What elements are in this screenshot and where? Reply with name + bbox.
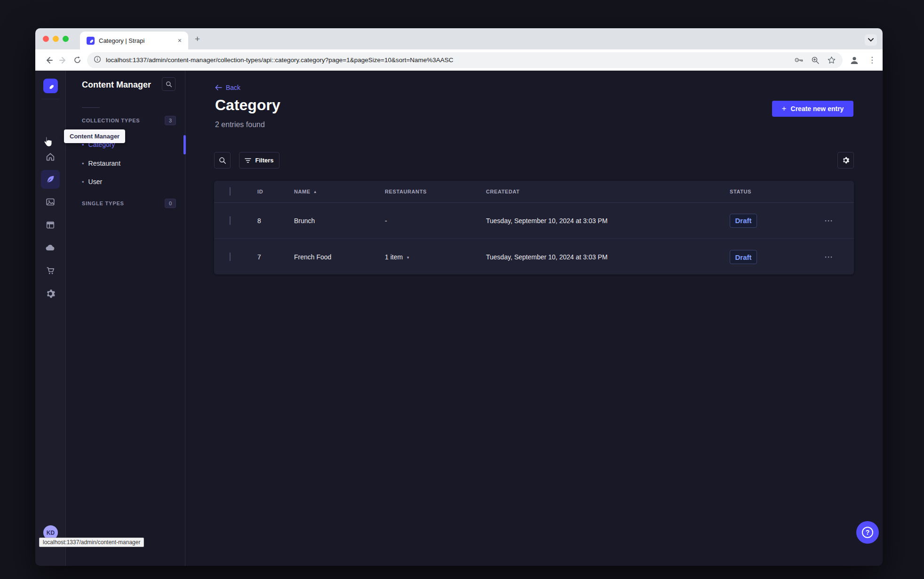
table-header-row: ID NAME▲ RESTAURANTS CREATEDAT STATUS — [214, 181, 854, 203]
url-bar[interactable]: localhost:1337/admin/content-manager/col… — [87, 52, 843, 68]
status-badge: Draft — [730, 250, 757, 264]
subnav-divider — [82, 107, 100, 108]
arrow-left-icon — [215, 85, 222, 90]
row-actions-menu[interactable]: ⋯ — [824, 252, 833, 262]
media-library-icon[interactable] — [41, 193, 60, 211]
bullet-icon: • — [82, 160, 84, 167]
cell-createdat: Tuesday, September 10, 2024 at 3:03 PM — [486, 253, 607, 261]
mouse-cursor — [43, 136, 53, 149]
content-manager-tooltip: Content Manager — [64, 129, 125, 143]
tooltip-label: Content Manager — [70, 133, 119, 140]
browser-tab-strip: Category | Strapi × + — [35, 28, 883, 49]
row-checkbox[interactable] — [230, 216, 231, 225]
caret-down-icon: ▼ — [406, 256, 410, 260]
strapi-logo[interactable] — [43, 79, 58, 93]
minimize-window-button[interactable] — [53, 36, 59, 42]
browser-tab[interactable]: Category | Strapi × — [80, 32, 188, 49]
close-window-button[interactable] — [43, 36, 49, 42]
subnav-title: Content Manager — [82, 80, 151, 90]
row-actions-menu[interactable]: ⋯ — [824, 216, 833, 226]
subnav-scrollbar-thumb[interactable] — [183, 135, 186, 154]
subnav-search-button[interactable] — [162, 77, 175, 91]
settings-gear-icon[interactable] — [41, 284, 60, 303]
entries-count: 2 entries found — [215, 121, 265, 129]
reload-icon[interactable] — [70, 53, 84, 67]
maximize-window-button[interactable] — [63, 36, 69, 42]
content-type-builder-icon[interactable] — [41, 216, 60, 234]
link-preview-status-bar: localhost:1337/admin/content-manager — [39, 538, 144, 547]
subnav-item-restaurant[interactable]: • Restaurant — [66, 154, 185, 173]
tab-search-button[interactable] — [865, 34, 877, 46]
cell-id: 7 — [257, 253, 261, 261]
header-restaurants[interactable]: RESTAURANTS — [385, 189, 427, 194]
single-types-count-badge: 0 — [165, 199, 176, 208]
content-manager-icon[interactable] — [41, 170, 60, 189]
forward-icon[interactable] — [56, 53, 70, 67]
home-icon[interactable] — [41, 147, 60, 166]
bullet-icon: • — [82, 178, 84, 185]
new-tab-button[interactable]: + — [195, 28, 200, 49]
subnav-item-user[interactable]: • User — [66, 172, 185, 191]
header-name[interactable]: NAME▲ — [294, 189, 317, 194]
cell-name: Brunch — [294, 217, 315, 225]
status-badge: Draft — [730, 214, 757, 228]
cell-restaurants: - — [385, 217, 387, 225]
subnav-item-label: User — [88, 178, 103, 185]
password-key-icon[interactable] — [795, 56, 804, 64]
bookmark-star-icon[interactable] — [827, 56, 836, 64]
question-mark-icon: ? — [862, 527, 873, 538]
page-title: Category — [215, 96, 280, 114]
back-icon[interactable] — [42, 53, 56, 67]
browser-window: Category | Strapi × + localhost:1337/adm… — [35, 28, 883, 566]
filters-button[interactable]: Filters — [239, 152, 279, 169]
tab-title: Category | Strapi — [99, 37, 176, 44]
marketplace-cart-icon[interactable] — [41, 261, 60, 280]
avatar-initials: KD — [47, 530, 55, 536]
view-settings-button[interactable] — [837, 152, 854, 169]
content-manager-subnav: Content Manager COLLECTION TYPES 3 • Cat… — [66, 71, 185, 566]
create-new-entry-button[interactable]: + Create new entry — [772, 101, 853, 117]
header-status: STATUS — [730, 189, 751, 194]
plus-icon: + — [782, 104, 787, 113]
browser-menu-icon[interactable]: ⋮ — [868, 55, 876, 65]
header-createdat[interactable]: CREATEDAT — [486, 189, 520, 194]
main-content: Back Category 2 entries found + Create n… — [185, 71, 883, 566]
back-label: Back — [226, 84, 240, 91]
collection-types-label: COLLECTION TYPES — [82, 118, 140, 123]
zoom-icon[interactable] — [811, 56, 820, 64]
url-text[interactable]: localhost:1337/admin/content-manager/col… — [106, 56, 787, 64]
cell-id: 8 — [257, 217, 261, 225]
filters-button-label: Filters — [255, 157, 273, 164]
status-url-text: localhost:1337/admin/content-manager — [43, 539, 140, 546]
browser-toolbar: localhost:1337/admin/content-manager/col… — [35, 49, 883, 71]
single-types-label: SINGLE TYPES — [82, 201, 124, 206]
help-button[interactable]: ? — [856, 521, 879, 544]
rail-divider — [41, 99, 60, 99]
cell-name: French Food — [294, 253, 331, 261]
table-row[interactable]: 8 Brunch - Tuesday, September 10, 2024 a… — [214, 203, 854, 239]
strapi-favicon — [87, 37, 95, 45]
collection-types-count-badge: 3 — [165, 116, 176, 125]
entries-table: ID NAME▲ RESTAURANTS CREATEDAT STATUS 8 … — [214, 181, 854, 274]
tab-close-icon[interactable]: × — [176, 37, 183, 44]
cell-restaurants-dropdown[interactable]: 1 item▼ — [385, 253, 410, 261]
create-button-label: Create new entry — [791, 105, 844, 113]
header-id[interactable]: ID — [257, 189, 263, 194]
window-controls — [35, 28, 69, 49]
back-link[interactable]: Back — [215, 84, 240, 91]
table-search-button[interactable] — [214, 152, 231, 169]
row-checkbox[interactable] — [230, 252, 231, 261]
profile-avatar-icon[interactable] — [847, 53, 861, 67]
sort-asc-icon: ▲ — [313, 190, 318, 194]
cell-createdat: Tuesday, September 10, 2024 at 3:03 PM — [486, 217, 607, 225]
site-info-icon[interactable] — [94, 56, 101, 65]
cloud-deploy-icon[interactable] — [41, 238, 60, 257]
select-all-checkbox[interactable] — [230, 187, 231, 196]
filter-icon — [245, 158, 251, 163]
subnav-item-label: Restaurant — [88, 160, 120, 167]
table-row[interactable]: 7 French Food 1 item▼ Tuesday, September… — [214, 239, 854, 275]
